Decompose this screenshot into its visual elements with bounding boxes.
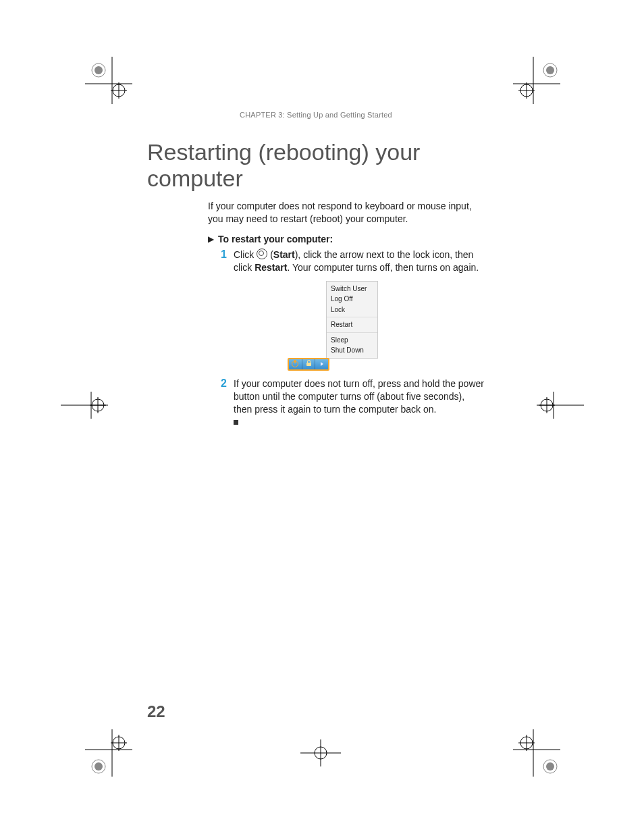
menu-item-restart[interactable]: Restart (331, 319, 373, 330)
svg-point-13 (546, 66, 554, 74)
svg-point-40 (546, 762, 554, 771)
step-number: 2 (208, 377, 234, 416)
menu-item-switch-user[interactable]: Switch User (331, 284, 373, 294)
crop-mark-icon (85, 57, 132, 104)
start-label: Start (273, 249, 295, 260)
crop-mark-icon (537, 392, 584, 419)
lock-icon (306, 363, 311, 366)
text: Click (234, 249, 257, 260)
procedure-heading-text: To restart your computer: (218, 234, 333, 244)
intro-paragraph: If your computer does not respond to key… (208, 200, 485, 226)
crop-mark-icon (300, 739, 341, 766)
procedure-heading: ▶ To restart your computer: (208, 234, 485, 244)
menu-item-lock[interactable]: Lock (331, 305, 373, 315)
shutdown-popup: Switch User Log Off Lock Restart Sleep S… (326, 281, 378, 359)
step-number: 1 (208, 249, 234, 274)
crop-mark-icon (61, 392, 108, 419)
page-title: Restarting (rebooting) your computer (147, 139, 485, 192)
step-1: 1 Click (Start), click the arrow next to… (208, 249, 485, 274)
crop-mark-icon (85, 729, 132, 777)
menu-item-log-off[interactable]: Log Off (331, 294, 373, 305)
step-body: If your computer does not turn off, pres… (234, 377, 485, 416)
step-2: 2 If your computer does not turn off, pr… (208, 377, 485, 416)
crop-mark-icon (513, 57, 560, 104)
menu-arrow-button[interactable] (315, 359, 328, 369)
menu-item-shut-down[interactable]: Shut Down (331, 345, 373, 356)
chevron-right-icon (321, 362, 323, 366)
page-content: CHAPTER 3: Setting Up and Getting Starte… (147, 111, 485, 427)
end-of-procedure-icon (234, 420, 238, 425)
chapter-header: CHAPTER 3: Setting Up and Getting Starte… (181, 111, 451, 119)
power-button[interactable] (289, 359, 302, 369)
svg-point-30 (95, 762, 103, 771)
svg-point-1 (95, 66, 103, 74)
shutdown-menu-figure: Switch User Log Off Lock Restart Sleep S… (269, 281, 377, 371)
power-button-strip (288, 358, 329, 371)
menu-item-sleep[interactable]: Sleep (331, 335, 373, 346)
lock-button[interactable] (302, 359, 316, 369)
text: . Your computer turns off, then turns on… (287, 262, 479, 273)
start-orb-icon (257, 249, 267, 259)
crop-mark-icon (513, 729, 560, 777)
power-icon (292, 361, 298, 367)
restart-label: Restart (254, 262, 287, 273)
step-body: Click (Start), click the arrow next to t… (234, 249, 485, 274)
page-number: 22 (147, 702, 165, 721)
triangle-right-icon: ▶ (208, 234, 214, 244)
